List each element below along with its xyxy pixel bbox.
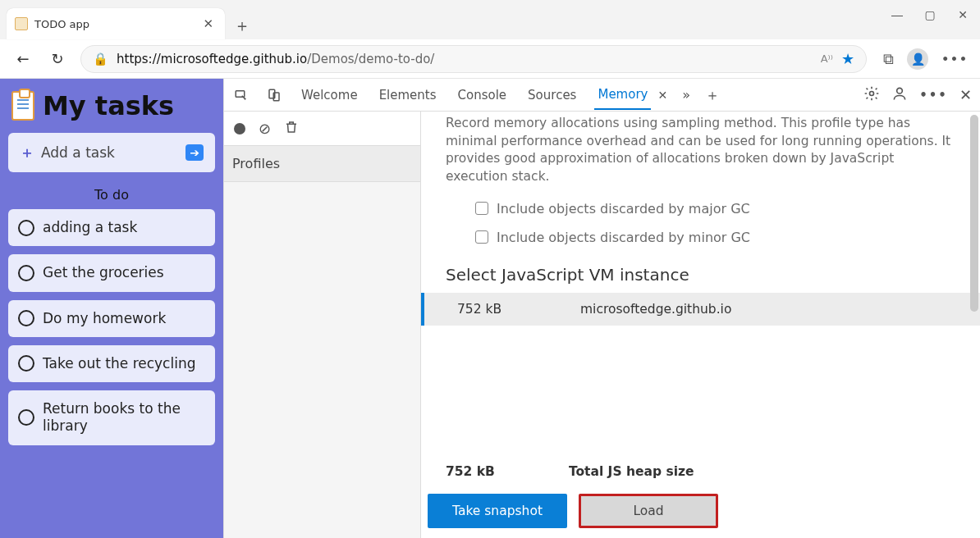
- scrollbar-track[interactable]: [967, 112, 980, 538]
- task-text: Return books to the library: [43, 400, 205, 435]
- profiles-heading: Profiles: [224, 146, 420, 182]
- task-item[interactable]: Take out the recycling: [8, 345, 215, 382]
- task-item[interactable]: Do my homework: [8, 300, 215, 337]
- delete-icon[interactable]: [284, 120, 299, 138]
- task-text: adding a task: [43, 219, 137, 236]
- read-aloud-icon[interactable]: A⁾⁾: [821, 52, 833, 65]
- tab-memory[interactable]: Memory: [594, 80, 651, 110]
- tab-elements[interactable]: Elements: [376, 81, 440, 109]
- clipboard-icon: [11, 91, 34, 121]
- browser-tab[interactable]: TODO app ✕: [7, 8, 225, 39]
- profile-avatar[interactable]: 👤: [907, 48, 928, 70]
- checkbox-icon[interactable]: [475, 230, 488, 244]
- new-tab-button[interactable]: ＋: [228, 11, 256, 39]
- task-checkbox[interactable]: [18, 265, 34, 281]
- task-checkbox[interactable]: [18, 409, 34, 426]
- section-label: To do: [8, 187, 215, 203]
- devtools-panel: Welcome Elements Console Sources Memory …: [223, 79, 980, 538]
- checkbox-major-gc[interactable]: Include objects discarded by major GC: [446, 201, 955, 217]
- collections-icon[interactable]: ⧉: [883, 50, 894, 68]
- add-tab-icon[interactable]: ＋: [705, 85, 720, 105]
- record-icon[interactable]: [234, 123, 245, 134]
- checkbox-icon[interactable]: [475, 202, 488, 215]
- device-toggle-icon[interactable]: [265, 86, 283, 104]
- settings-gear-icon[interactable]: [863, 85, 880, 105]
- vm-size: 752 kB: [457, 302, 580, 317]
- devtools-menu-icon[interactable]: •••: [919, 88, 948, 103]
- tab-title: TODO app: [34, 18, 199, 30]
- back-button[interactable]: ←: [11, 48, 34, 71]
- task-text: Take out the recycling: [43, 355, 195, 372]
- todo-app-pane: My tasks ＋ Add a task ➔ To do adding a t…: [0, 79, 223, 538]
- submit-arrow-icon[interactable]: ➔: [185, 144, 204, 161]
- task-item[interactable]: Get the groceries: [8, 254, 215, 291]
- close-window-button[interactable]: ✕: [955, 8, 970, 21]
- address-bar[interactable]: 🔒 https://microsoftedge.github.io/Demos/…: [80, 45, 867, 73]
- maximize-button[interactable]: ▢: [923, 8, 937, 21]
- tabs-overflow-icon[interactable]: »: [682, 87, 690, 103]
- minimize-button[interactable]: ―: [890, 8, 904, 21]
- task-checkbox[interactable]: [18, 310, 34, 326]
- load-button[interactable]: Load: [579, 494, 718, 528]
- task-checkbox[interactable]: [18, 220, 34, 236]
- clear-icon[interactable]: ⊘: [259, 120, 271, 137]
- tab-console[interactable]: Console: [455, 81, 511, 109]
- plus-icon: ＋: [20, 143, 34, 162]
- add-task-input[interactable]: ＋ Add a task ➔: [8, 133, 215, 172]
- task-item[interactable]: Return books to the library: [8, 390, 215, 445]
- tab-welcome[interactable]: Welcome: [298, 81, 361, 109]
- vm-instance-row[interactable]: 752 kB microsoftedge.github.io: [421, 293, 980, 326]
- task-item[interactable]: adding a task: [8, 209, 215, 246]
- svg-point-4: [897, 88, 903, 93]
- take-snapshot-button[interactable]: Take snapshot: [428, 494, 567, 528]
- svg-point-3: [870, 91, 874, 95]
- add-task-placeholder: Add a task: [41, 144, 115, 161]
- task-checkbox[interactable]: [18, 355, 34, 372]
- vm-origin: microsoftedge.github.io: [580, 302, 731, 317]
- url-text: https://microsoftedge.github.io/Demos/de…: [117, 52, 434, 66]
- tab-close-icon[interactable]: ✕: [657, 89, 667, 102]
- feedback-icon[interactable]: [891, 85, 908, 105]
- tab-favicon: [15, 17, 28, 30]
- vm-heading: Select JavaScript VM instance: [446, 265, 955, 285]
- devtools-close-icon[interactable]: ✕: [959, 86, 972, 103]
- heap-size-value: 752 kB: [446, 464, 495, 479]
- checkbox-label: Include objects discarded by minor GC: [497, 230, 750, 245]
- page-title: My tasks: [43, 90, 174, 121]
- scrollbar-thumb[interactable]: [970, 115, 978, 312]
- favorite-icon[interactable]: ★: [841, 50, 854, 67]
- browser-menu-icon[interactable]: •••: [941, 52, 969, 66]
- task-text: Get the groceries: [43, 264, 164, 281]
- site-lock-icon[interactable]: 🔒: [93, 52, 108, 66]
- checkbox-minor-gc[interactable]: Include objects discarded by minor GC: [446, 230, 955, 245]
- heap-size-label: Total JS heap size: [569, 464, 694, 479]
- task-text: Do my homework: [43, 310, 166, 327]
- checkbox-label: Include objects discarded by major GC: [497, 201, 750, 217]
- close-tab-icon[interactable]: ✕: [199, 16, 217, 31]
- inspect-icon[interactable]: [232, 86, 250, 104]
- tab-sources[interactable]: Sources: [524, 81, 579, 109]
- refresh-button[interactable]: ↻: [46, 48, 69, 71]
- memory-description: Record memory allocations using sampling…: [446, 112, 955, 194]
